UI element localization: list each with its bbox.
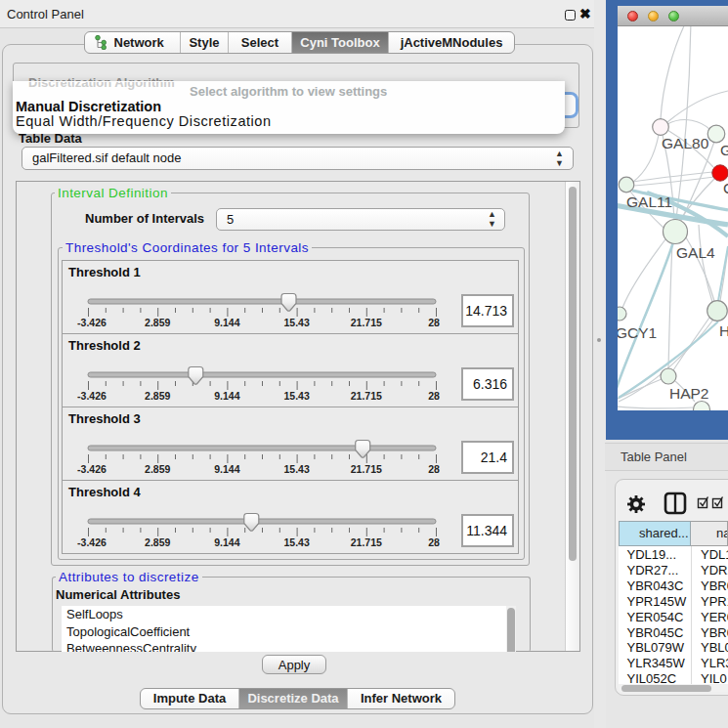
svg-text:HAP2: HAP2	[669, 385, 709, 402]
svg-text:G.: G.	[720, 142, 728, 158]
svg-text:GAL4: GAL4	[676, 244, 715, 261]
svg-text:GCY1: GCY1	[618, 324, 657, 341]
svg-text:GAL80: GAL80	[662, 135, 709, 151]
svg-text:C: C	[723, 180, 728, 196]
svg-text:H: H	[719, 322, 728, 339]
svg-text:GAL11: GAL11	[626, 193, 672, 210]
